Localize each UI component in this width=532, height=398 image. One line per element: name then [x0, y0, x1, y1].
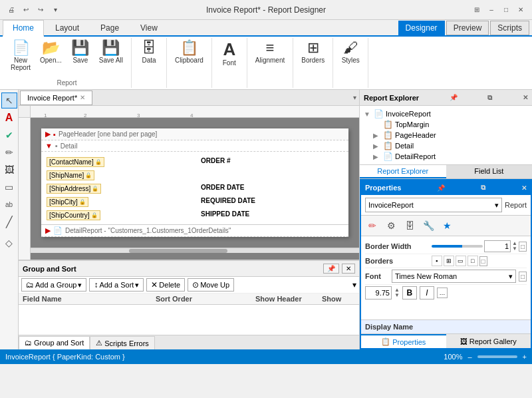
props-close-btn[interactable]: ✕: [521, 184, 527, 192]
custom-btn[interactable]: ▾: [49, 4, 61, 16]
bottom-expand-arrow[interactable]: ▾: [352, 280, 356, 290]
zoom-slider[interactable]: [477, 355, 517, 358]
tree-top-margin[interactable]: 📋 TopMargin: [362, 119, 529, 130]
ship-country-field[interactable]: [ShipCountry] 🔒: [47, 210, 100, 220]
prop-gear-btn[interactable]: ⚙: [384, 218, 398, 233]
prop-font-size-down[interactable]: ▼: [394, 293, 400, 298]
title-bar: 🖨 ↩ ↪ ▾ Invoice Report* - Report Designe…: [0, 0, 532, 20]
tab-layout[interactable]: Layout: [45, 20, 89, 35]
prop-bold-btn[interactable]: B: [402, 286, 417, 299]
prop-db-btn[interactable]: 🗄: [402, 218, 417, 233]
redo-btn[interactable]: ↪: [35, 4, 47, 16]
ship-name-field[interactable]: [ShipName] 🔒: [47, 170, 94, 180]
main-area: ↖ A ✔ ✏ 🖼 ▭ ab ╱ ◇ Invoice Report* ✕ ▾ 1…: [0, 90, 532, 349]
border-icon-2[interactable]: ⊞: [444, 256, 454, 266]
doc-tab-invoice[interactable]: Invoice Report* ✕: [20, 91, 92, 105]
save-button[interactable]: 💾 Save: [67, 38, 94, 67]
tab-page[interactable]: Page: [90, 20, 129, 35]
border-icon-4[interactable]: □: [467, 256, 478, 266]
pointer-tool[interactable]: ↖: [1, 93, 17, 108]
canvas-scroll[interactable]: ▶ ▪ PageHeader [one band per page] ▼ ▪ D…: [31, 118, 359, 260]
text-tool[interactable]: A: [1, 110, 17, 126]
prop-border-width-extra[interactable]: □: [519, 242, 527, 252]
data-button[interactable]: 🗄 Data: [136, 38, 162, 67]
tree-invoice-report[interactable]: ▼ 📄 InvoiceReport: [362, 108, 529, 119]
ship-city-field[interactable]: [ShipCity] 🔒: [47, 197, 88, 207]
prop-border-width-down[interactable]: ▼: [512, 246, 517, 252]
undo-btn[interactable]: ↩: [20, 4, 32, 16]
prop-font-extra2[interactable]: …: [437, 288, 448, 298]
tree-page-header[interactable]: ▶ 📋 PageHeader: [362, 130, 529, 140]
props-tab-properties[interactable]: 📋 Properties: [361, 334, 446, 348]
delete-btn[interactable]: ✕ Delete: [146, 278, 185, 292]
styles-button[interactable]: 🖌 Styles: [337, 38, 364, 67]
zoom-minus[interactable]: –: [467, 353, 471, 361]
detail-expand-icon[interactable]: ▼: [45, 142, 53, 150]
explorer-close-btn[interactable]: ✕: [523, 94, 528, 101]
border-icon-3[interactable]: ▭: [456, 256, 466, 266]
maximize-btn[interactable]: □: [500, 4, 512, 16]
alignment-button[interactable]: ≡ Alignment: [251, 38, 289, 67]
clipboard-button[interactable]: 📋 Clipboard: [171, 38, 207, 67]
prop-italic-btn[interactable]: I: [420, 286, 434, 299]
prop-borders-extra[interactable]: □: [479, 256, 487, 266]
doc-tab-close[interactable]: ✕: [80, 94, 85, 101]
close-btn[interactable]: ✕: [515, 4, 527, 16]
scripts-btn[interactable]: Scripts: [490, 21, 529, 35]
designer-btn[interactable]: Designer: [398, 21, 445, 35]
font-button[interactable]: A Font: [216, 38, 243, 69]
prop-font-size-input[interactable]: 9.75: [365, 286, 392, 299]
ship-address-field[interactable]: [ShipAddress] 🔒: [47, 184, 101, 194]
props-tab-gallery[interactable]: 🖼 Report Gallery: [446, 334, 531, 348]
tab-home[interactable]: Home: [3, 20, 44, 37]
explorer-float-btn[interactable]: ⧉: [487, 94, 492, 102]
h-scrollbar[interactable]: [31, 248, 359, 253]
barcode-tool[interactable]: ab: [1, 196, 17, 212]
contact-name-field[interactable]: [ContactName] 🔒: [47, 157, 104, 167]
rect-tool[interactable]: ▭: [1, 179, 17, 195]
bottom-panel-close[interactable]: ✕: [342, 264, 355, 274]
prop-font-extra[interactable]: □: [519, 272, 527, 282]
props-pin-btn[interactable]: 📌: [437, 184, 445, 192]
explorer-pin-btn[interactable]: 📌: [450, 94, 458, 101]
border-icon-1[interactable]: ▪: [432, 256, 442, 266]
page-header-expand-icon[interactable]: ▶: [45, 130, 51, 138]
save-all-button[interactable]: 💾 Save All: [95, 38, 127, 67]
zoom-plus[interactable]: +: [523, 353, 527, 361]
bottom-tab-group-sort[interactable]: 🗂 Group and Sort: [19, 336, 90, 349]
save-label: Save: [72, 57, 88, 64]
doc-tab-dropdown[interactable]: ▾: [353, 94, 359, 101]
preview-btn[interactable]: Preview: [446, 21, 489, 35]
borders-button[interactable]: ⊞ Borders: [297, 38, 329, 67]
extra-tool[interactable]: ◇: [1, 235, 17, 251]
detail-report-expand-icon[interactable]: ▶: [45, 226, 51, 235]
move-up-btn[interactable]: ⊙ Move Up: [188, 278, 234, 292]
props-object-dropdown[interactable]: InvoiceReport ▾: [365, 198, 502, 212]
prop-border-width-input[interactable]: [484, 240, 511, 252]
line-tool[interactable]: ╱: [1, 214, 17, 230]
explorer-tab-report[interactable]: Report Explorer: [360, 165, 446, 178]
prop-wrench-btn[interactable]: 🔧: [421, 218, 436, 233]
tilemode-icon[interactable]: ⊞: [471, 4, 483, 16]
prop-border-width-slider[interactable]: [432, 245, 483, 248]
add-group-btn[interactable]: 🗂 Add a Group ▾: [21, 278, 86, 292]
image-tool[interactable]: 🖼: [1, 162, 17, 178]
explorer-tab-fieldlist[interactable]: Field List: [446, 165, 533, 178]
edit-tool[interactable]: ✏: [1, 144, 17, 160]
bottom-tab-scripts-errors[interactable]: ⚠ Scripts Errors: [90, 336, 155, 349]
checkbox-tool[interactable]: ✔: [1, 127, 17, 143]
bottom-panel-pin[interactable]: 📌: [323, 264, 339, 274]
prop-pencil-btn[interactable]: ✏: [365, 218, 380, 233]
props-toolbar: ✏ ⚙ 🗄 🔧 ★: [361, 216, 531, 236]
h-scroll-thumb[interactable]: [129, 249, 227, 253]
prop-font-dropdown[interactable]: Times New Roman ▾: [392, 270, 516, 283]
tree-detail-report[interactable]: ▶ 📄 DetailReport: [362, 151, 529, 162]
add-sort-btn[interactable]: ↕ Add a Sort ▾: [89, 278, 144, 292]
new-report-button[interactable]: 📄 NewReport: [7, 38, 35, 74]
tab-view[interactable]: View: [130, 20, 168, 35]
open-button[interactable]: 📂 Open...: [36, 38, 66, 67]
props-float-btn[interactable]: ⧉: [481, 184, 485, 192]
minimize-btn[interactable]: –: [485, 4, 497, 16]
tree-detail[interactable]: ▶ 📋 Detail: [362, 140, 529, 151]
prop-star-btn[interactable]: ★: [440, 218, 454, 233]
